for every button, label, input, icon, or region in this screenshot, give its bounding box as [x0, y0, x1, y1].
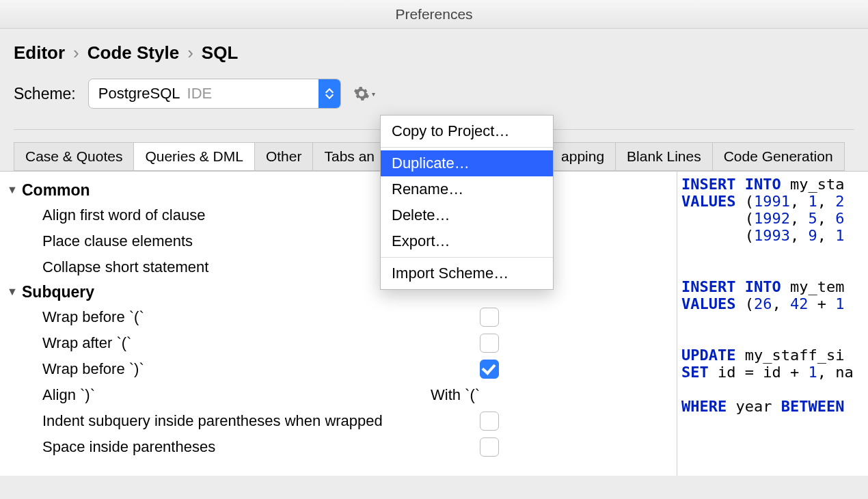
menu-copy-to-project[interactable]: Copy to Project… [381, 118, 553, 144]
opt-space-inside-parens[interactable]: Space inside parentheses [7, 434, 677, 460]
opt-value: With `(` [431, 386, 595, 404]
disclosure-triangle-icon: ▼ [7, 286, 22, 298]
opt-align-first-word[interactable]: Align first word of clause [7, 202, 677, 228]
opt-label: Indent subquery inside parentheses when … [42, 412, 480, 430]
opt-label: Wrap before `)` [42, 360, 480, 378]
checkbox[interactable] [480, 308, 499, 327]
chevron-right-icon: › [187, 42, 193, 64]
breadcrumb-code-style[interactable]: Code Style [87, 42, 179, 64]
opt-place-clause-elements[interactable]: Place clause elements ame line [7, 228, 677, 254]
breadcrumb-editor[interactable]: Editor [14, 42, 65, 64]
group-subquery[interactable]: ▼ Subquery [7, 280, 677, 304]
checkbox[interactable] [480, 437, 499, 457]
options-pane: ▼ Common Align first word of clause Plac… [0, 172, 677, 476]
group-common-title: Common [22, 181, 90, 200]
group-common[interactable]: ▼ Common [7, 178, 677, 202]
code-preview: INSERT INTO my_sta VALUES (1991, 1, 2 (1… [677, 172, 868, 476]
tab-other[interactable]: Other [255, 142, 314, 171]
tab-code-generation[interactable]: Code Generation [713, 142, 845, 171]
opt-collapse-short-statement[interactable]: Collapse short statement Never [7, 254, 677, 280]
tab-tabs-truncated[interactable]: Tabs an [313, 142, 386, 171]
menu-separator [381, 147, 553, 148]
scheme-tag: IDE [187, 85, 213, 103]
chevron-down-icon: ▾ [372, 90, 375, 98]
gear-context-menu: Copy to Project… Duplicate… Rename… Dele… [380, 115, 554, 290]
menu-export[interactable]: Export… [381, 228, 553, 254]
scheme-select[interactable]: PostgreSQL IDE [88, 79, 341, 109]
opt-wrap-after-open-paren[interactable]: Wrap after `(` [7, 330, 677, 356]
breadcrumb: Editor › Code Style › SQL [0, 29, 868, 73]
opt-label: Align `)` [42, 386, 480, 404]
scheme-name: PostgreSQL [98, 85, 180, 103]
gear-icon [353, 85, 370, 102]
tab-case-quotes[interactable]: Case & Quotes [14, 142, 134, 171]
checkbox[interactable] [480, 412, 499, 431]
scheme-label: Scheme: [14, 85, 76, 103]
checkbox[interactable] [480, 334, 499, 353]
opt-indent-subquery[interactable]: Indent subquery inside parentheses when … [7, 408, 677, 434]
opt-label: Wrap after `(` [42, 334, 480, 352]
opt-wrap-before-close-paren[interactable]: Wrap before `)` [7, 356, 677, 382]
window-title: Preferences [0, 0, 868, 29]
breadcrumb-sql[interactable]: SQL [202, 42, 238, 64]
opt-label: Space inside parentheses [42, 438, 480, 456]
tab-wrapping-truncated[interactable]: apping [550, 142, 616, 171]
tab-queries-dml[interactable]: Queries & DML [134, 142, 255, 171]
opt-wrap-before-open-paren[interactable]: Wrap before `(` [7, 304, 677, 330]
menu-rename[interactable]: Rename… [381, 176, 553, 202]
opt-label: Wrap before `(` [42, 308, 480, 326]
disclosure-triangle-icon: ▼ [7, 184, 22, 196]
chevron-right-icon: › [73, 42, 79, 64]
menu-import-scheme[interactable]: Import Scheme… [381, 260, 553, 286]
menu-delete[interactable]: Delete… [381, 202, 553, 228]
gear-button[interactable]: ▾ [353, 85, 375, 102]
group-subquery-title: Subquery [22, 283, 94, 301]
checkbox[interactable] [480, 360, 499, 379]
menu-duplicate[interactable]: Duplicate… [381, 150, 553, 176]
stepper-icon[interactable] [318, 79, 340, 108]
tab-blank-lines[interactable]: Blank Lines [616, 142, 713, 171]
menu-separator [381, 257, 553, 258]
opt-align-close-paren[interactable]: Align `)` With `(` [7, 382, 677, 408]
